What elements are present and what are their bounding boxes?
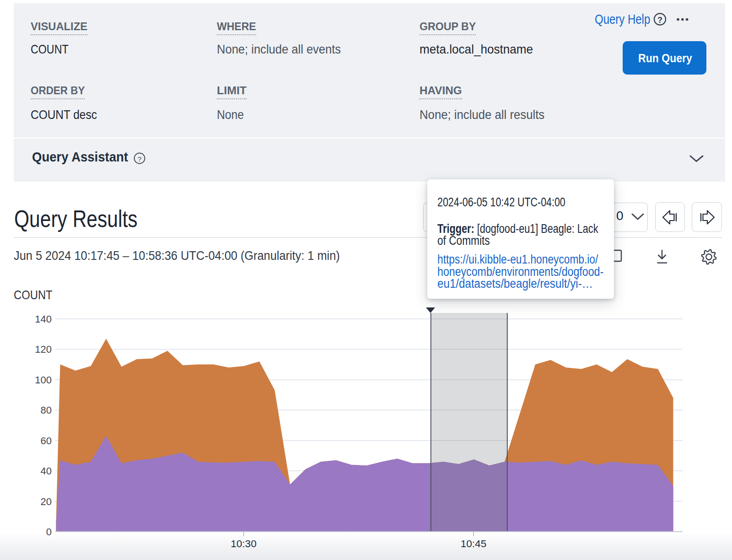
- svg-text:120: 120: [35, 344, 52, 355]
- svg-text:?: ?: [138, 155, 142, 163]
- svg-text:10:45: 10:45: [461, 538, 486, 549]
- svg-text:100: 100: [35, 374, 52, 386]
- svg-text:10:30: 10:30: [231, 538, 256, 549]
- svg-text:80: 80: [41, 404, 52, 416]
- svg-text:20: 20: [41, 496, 52, 507]
- svg-text:?: ?: [657, 16, 662, 25]
- svg-text:40: 40: [41, 465, 52, 477]
- svg-text:60: 60: [41, 435, 52, 447]
- svg-text:0: 0: [46, 526, 52, 538]
- svg-text:140: 140: [35, 313, 52, 325]
